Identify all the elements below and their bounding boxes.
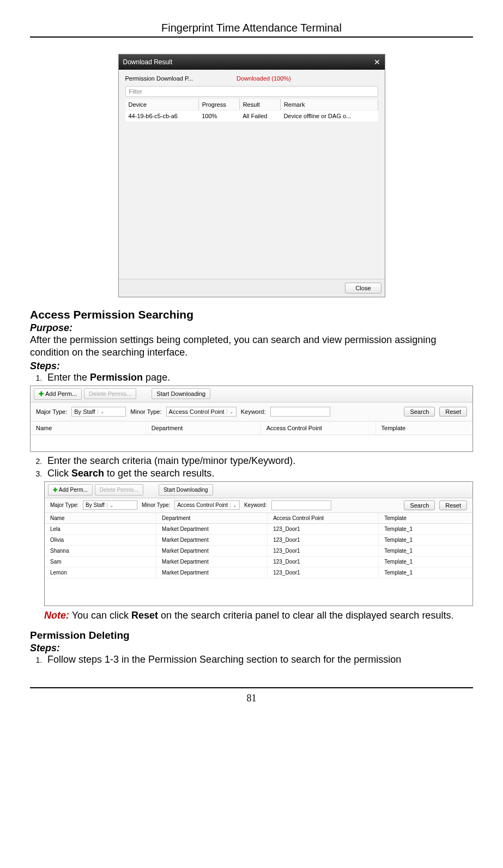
step3-text-b: Search — [71, 468, 104, 479]
add-label: Add Perm... — [59, 487, 88, 493]
cell-acp: 123_Door1 — [267, 567, 378, 578]
minor-type-select[interactable]: Access Control Point⌄ — [166, 407, 237, 417]
cell-progress: 100% — [198, 111, 239, 122]
minor-type-label: Minor Type: — [142, 502, 170, 508]
heading-access-permission-searching: Access Permission Searching — [30, 308, 473, 321]
major-type-value: By Staff — [86, 502, 105, 508]
chevron-down-icon: ⌄ — [98, 409, 105, 414]
cell-name: Olivia — [45, 535, 156, 545]
col-acp: Access Control Point — [260, 421, 375, 435]
col-result: Result — [239, 99, 280, 111]
table-row: LelaMarket Department123_Door1Template_1 — [45, 524, 472, 535]
reset-button[interactable]: Reset — [439, 500, 467, 510]
dialog-titlebar: Download Result ✕ — [119, 54, 385, 70]
minor-type-select[interactable]: Access Control Point⌄ — [174, 500, 240, 510]
plus-icon: ✚ — [39, 390, 44, 398]
delete-step-1: Follow steps 1-3 in the Permission Searc… — [44, 654, 473, 665]
step-2: Enter the search criteria (main type/min… — [44, 455, 473, 467]
download-status-label: Permission Download P... — [125, 75, 193, 82]
step1-text-a: Enter the — [47, 372, 90, 383]
step1-text-b: Permission — [90, 372, 143, 383]
cell-tmpl: Template_1 — [378, 535, 472, 545]
heading-permission-deleting: Permission Deleting — [30, 629, 473, 641]
col-tmpl: Template — [375, 421, 472, 435]
cell-acp: 123_Door1 — [267, 546, 378, 556]
close-button[interactable]: Close — [345, 283, 381, 294]
cell-tmpl: Template_1 — [378, 546, 472, 556]
cell-dept: Market Department — [156, 546, 267, 556]
reset-button[interactable]: Reset — [439, 407, 467, 417]
cell-tmpl: Template_1 — [378, 557, 472, 567]
plus-icon: ✚ — [53, 487, 57, 493]
col-progress: Progress — [198, 99, 239, 111]
cell-result: All Failed — [239, 111, 280, 122]
major-type-select[interactable]: By Staff⌄ — [83, 500, 137, 510]
major-type-label: Major Type: — [36, 408, 67, 415]
table-row: 44-19-b6-c5-cb-a6 100% All Failed Device… — [125, 111, 378, 122]
step-3: Click Search to get the search results. — [44, 468, 473, 479]
step1-text-c: page. — [143, 372, 170, 383]
steps-label: Steps: — [30, 360, 473, 372]
download-result-dialog: Download Result ✕ Permission Download P.… — [118, 54, 385, 297]
cell-acp: 123_Door1 — [267, 535, 378, 545]
col-tmpl: Template — [378, 513, 472, 523]
note-text-c: on the search criteria panel to clear al… — [158, 610, 453, 621]
download-table: Device Progress Result Remark 44-19-b6-c… — [125, 99, 378, 122]
dialog-title: Download Result — [123, 58, 173, 66]
col-remark: Remark — [280, 99, 378, 111]
filter-input[interactable]: Filter — [125, 86, 378, 97]
table-row: SamMarket Department123_Door1Template_1 — [45, 557, 472, 567]
add-permission-button[interactable]: ✚Add Perm... — [34, 388, 82, 400]
add-label: Add Perm... — [45, 390, 77, 397]
permission-panel-results: ✚Add Perm... Delete Permis... Start Down… — [44, 481, 473, 606]
table-row: OliviaMarket Department123_Door1Template… — [45, 535, 472, 546]
cell-acp: 123_Door1 — [267, 524, 378, 534]
cell-device: 44-19-b6-c5-cb-a6 — [125, 111, 199, 122]
col-dept: Department — [146, 421, 260, 435]
delete-permission-button[interactable]: Delete Permis... — [95, 484, 143, 496]
cell-name: Sam — [45, 557, 156, 567]
cell-tmpl: Template_1 — [378, 567, 472, 578]
table-row: LemonMarket Department123_Door1Template_… — [45, 567, 472, 578]
page-number: 81 — [30, 687, 473, 704]
search-button[interactable]: Search — [404, 500, 435, 510]
cell-dept: Market Department — [156, 567, 267, 578]
chevron-down-icon: ⌄ — [227, 409, 234, 414]
cell-remark: Device offline or DAG o... — [280, 111, 378, 122]
cell-name: Lemon — [45, 567, 156, 578]
search-button[interactable]: Search — [404, 407, 435, 417]
keyword-label: Keyword: — [241, 408, 266, 415]
col-name: Name — [31, 421, 146, 435]
major-type-select[interactable]: By Staff⌄ — [71, 407, 126, 417]
major-type-value: By Staff — [74, 408, 95, 415]
keyword-input[interactable] — [271, 500, 331, 510]
cell-dept: Market Department — [156, 524, 267, 534]
cell-name: Lela — [45, 524, 156, 534]
cell-tmpl: Template_1 — [378, 524, 472, 534]
minor-type-value: Access Control Point — [169, 408, 225, 415]
col-name: Name — [45, 513, 156, 523]
purpose-label: Purpose: — [30, 322, 473, 334]
close-icon[interactable]: ✕ — [374, 58, 380, 66]
step3-text-c: to get the search results. — [104, 468, 214, 479]
col-device: Device — [125, 99, 199, 111]
note-text-b: Reset — [131, 610, 158, 621]
delete-permission-button[interactable]: Delete Permis... — [84, 388, 136, 399]
chevron-down-icon: ⌄ — [230, 503, 237, 508]
step-1: Enter the Permission page. — [44, 372, 473, 383]
chevron-down-icon: ⌄ — [107, 503, 114, 508]
step3-text-a: Click — [47, 468, 71, 479]
col-acp: Access Control Point — [267, 513, 378, 523]
keyword-input[interactable] — [270, 407, 330, 417]
keyword-label: Keyword: — [244, 502, 267, 508]
start-downloading-button[interactable]: Start Downloading — [159, 484, 213, 496]
major-type-label: Major Type: — [50, 502, 78, 508]
table-row: ShannaMarket Department123_Door1Template… — [45, 546, 472, 557]
add-permission-button[interactable]: ✚Add Perm... — [48, 484, 93, 496]
minor-type-value: Access Control Point — [177, 502, 228, 508]
col-dept: Department — [156, 513, 267, 523]
start-downloading-button[interactable]: Start Downloading — [151, 388, 210, 399]
download-status-value: Downloaded (100%) — [237, 75, 291, 82]
minor-type-label: Minor Type: — [130, 408, 161, 415]
cell-acp: 123_Door1 — [267, 557, 378, 567]
